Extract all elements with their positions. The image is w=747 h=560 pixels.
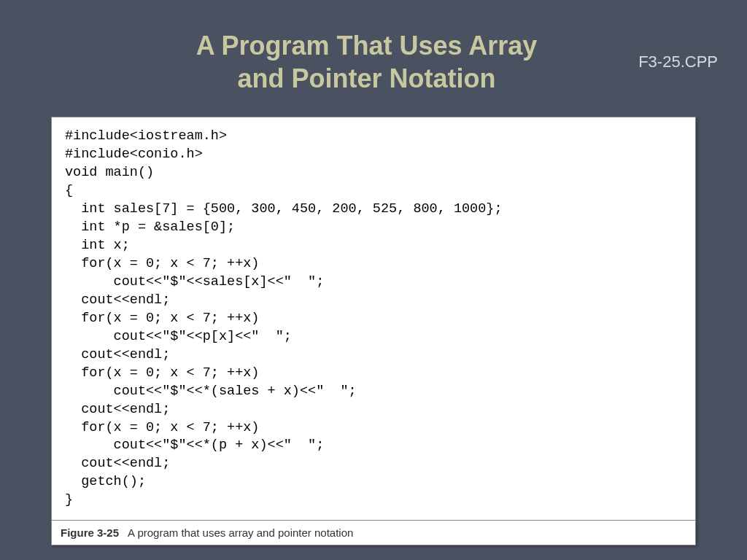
slide: A Program That Uses Array and Pointer No… [0, 0, 747, 560]
caption-label: Figure 3-25 [61, 526, 119, 539]
caption-text: A program that uses array and pointer no… [119, 526, 353, 539]
title-line-1: A Program That Uses Array [196, 31, 538, 61]
slide-title: A Program That Uses Array and Pointer No… [22, 29, 638, 95]
figure-caption: Figure 3-25A program that uses array and… [52, 520, 695, 545]
file-label: F3-25.CPP [638, 52, 725, 71]
title-line-2: and Pointer Notation [238, 63, 496, 93]
title-row: A Program That Uses Array and Pointer No… [22, 29, 725, 95]
code-listing: #include<iostream.h> #include<conio.h> v… [52, 117, 695, 520]
code-panel: #include<iostream.h> #include<conio.h> v… [51, 117, 696, 545]
